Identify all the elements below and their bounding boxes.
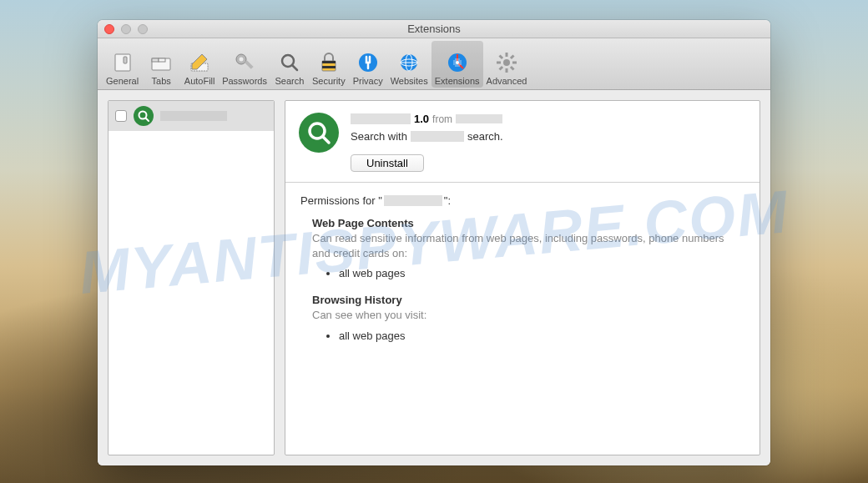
traffic-lights bbox=[98, 24, 148, 34]
extension-description: Search with search. bbox=[351, 130, 746, 143]
preferences-toolbar: General Tabs AutoFill Passwords bbox=[98, 38, 770, 90]
maximize-button[interactable] bbox=[138, 24, 148, 34]
svg-rect-13 bbox=[322, 66, 336, 68]
advanced-icon bbox=[495, 51, 518, 74]
tab-label: General bbox=[106, 76, 139, 86]
window-title: Extensions bbox=[98, 23, 770, 35]
tabs-icon bbox=[149, 51, 173, 74]
permission-description: Can read sensitive information from web … bbox=[312, 231, 744, 261]
extension-icon-large bbox=[299, 113, 339, 153]
extension-detail-panel: 1.0 from Search with search. Uninstall P… bbox=[285, 100, 760, 455]
general-icon bbox=[111, 51, 134, 74]
tab-label: Passwords bbox=[222, 76, 267, 86]
permission-list: all web pages bbox=[339, 329, 744, 343]
tab-label: Extensions bbox=[435, 76, 480, 86]
uninstall-button[interactable]: Uninstall bbox=[351, 154, 424, 172]
tab-label: Tabs bbox=[152, 76, 171, 86]
tab-passwords[interactable]: Passwords bbox=[219, 41, 270, 88]
permission-list: all web pages bbox=[339, 266, 744, 280]
tab-websites[interactable]: Websites bbox=[387, 41, 431, 88]
svg-rect-23 bbox=[506, 68, 508, 73]
titlebar: Extensions bbox=[98, 20, 770, 38]
tab-label: Search bbox=[275, 76, 305, 86]
permission-heading: Browsing History bbox=[312, 294, 744, 306]
svg-point-21 bbox=[503, 59, 510, 66]
svg-rect-4 bbox=[159, 58, 165, 62]
svg-rect-27 bbox=[498, 65, 503, 70]
extension-enable-checkbox[interactable] bbox=[115, 110, 127, 122]
permission-description: Can see when you visit: bbox=[312, 308, 744, 323]
svg-rect-26 bbox=[510, 54, 515, 59]
tab-label: AutoFill bbox=[184, 76, 215, 86]
privacy-icon bbox=[356, 51, 380, 74]
tab-label: Websites bbox=[391, 76, 428, 86]
desc-mid-redacted bbox=[411, 131, 464, 142]
svg-rect-25 bbox=[512, 61, 517, 63]
passwords-icon bbox=[233, 51, 256, 74]
svg-rect-28 bbox=[498, 54, 503, 59]
close-button[interactable] bbox=[104, 24, 114, 34]
security-icon bbox=[317, 51, 341, 74]
svg-rect-1 bbox=[124, 57, 127, 63]
desc-suffix: search. bbox=[467, 130, 503, 143]
tab-extensions[interactable]: Extensions bbox=[431, 41, 483, 88]
detail-header: 1.0 from Search with search. Uninstall bbox=[285, 101, 760, 183]
svg-line-10 bbox=[292, 65, 297, 70]
tab-label: Advanced bbox=[487, 76, 527, 86]
svg-rect-12 bbox=[322, 61, 336, 63]
extension-name-redacted bbox=[351, 113, 411, 124]
permission-list-item: all web pages bbox=[339, 329, 744, 343]
extension-list-item[interactable] bbox=[108, 101, 274, 131]
tab-tabs[interactable]: Tabs bbox=[142, 41, 180, 88]
tab-search[interactable]: Search bbox=[270, 41, 309, 88]
from-label: from bbox=[432, 113, 452, 125]
perm-title-redacted bbox=[384, 195, 442, 206]
extension-icon bbox=[134, 106, 154, 126]
tab-security[interactable]: Security bbox=[309, 41, 349, 88]
minimize-button[interactable] bbox=[121, 24, 131, 34]
tab-autofill[interactable]: AutoFill bbox=[180, 41, 219, 88]
permission-web-page-contents: Web Page Contents Can read sensitive inf… bbox=[312, 217, 744, 280]
perm-title-suffix: ": bbox=[444, 194, 451, 207]
publisher-redacted bbox=[456, 114, 502, 123]
tab-advanced[interactable]: Advanced bbox=[483, 41, 531, 88]
detail-info: 1.0 from Search with search. Uninstall bbox=[351, 113, 746, 172]
autofill-icon bbox=[188, 51, 211, 74]
permission-browsing-history: Browsing History Can see when you visit:… bbox=[312, 294, 744, 342]
svg-rect-24 bbox=[497, 61, 501, 63]
desc-prefix: Search with bbox=[351, 130, 407, 143]
svg-rect-0 bbox=[115, 54, 130, 71]
svg-rect-8 bbox=[245, 60, 254, 69]
permission-list-item: all web pages bbox=[339, 266, 744, 280]
extensions-icon bbox=[446, 51, 469, 74]
extension-name-redacted bbox=[160, 111, 227, 121]
extension-title-line: 1.0 from bbox=[351, 113, 746, 125]
search-icon bbox=[278, 51, 301, 74]
svg-line-31 bbox=[146, 118, 149, 122]
tab-label: Security bbox=[312, 76, 346, 86]
tab-privacy[interactable]: Privacy bbox=[349, 41, 387, 88]
svg-rect-29 bbox=[510, 65, 515, 70]
preferences-window: Extensions General Tabs AutoFill bbox=[98, 20, 770, 465]
content-area: 1.0 from Search with search. Uninstall P… bbox=[98, 90, 770, 465]
tab-general[interactable]: General bbox=[103, 41, 142, 88]
perm-title-prefix: Permissions for " bbox=[300, 194, 382, 207]
permissions-section: Permissions for " ": Web Page Contents C… bbox=[285, 183, 760, 368]
svg-point-7 bbox=[240, 57, 244, 61]
extension-version: 1.0 bbox=[414, 113, 429, 125]
svg-line-33 bbox=[323, 137, 329, 143]
websites-icon bbox=[397, 51, 421, 74]
svg-rect-22 bbox=[506, 53, 508, 57]
tab-label: Privacy bbox=[353, 76, 383, 86]
svg-rect-3 bbox=[152, 58, 159, 62]
permissions-title: Permissions for " ": bbox=[300, 194, 744, 207]
extensions-sidebar bbox=[108, 100, 275, 455]
permission-heading: Web Page Contents bbox=[312, 217, 744, 229]
